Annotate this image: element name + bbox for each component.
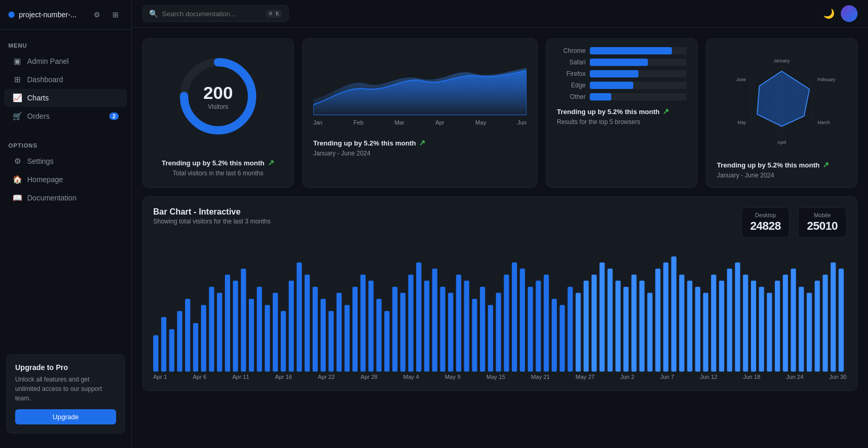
bar-rect (615, 281, 621, 372)
sidebar-item-admin-panel[interactable]: ▣ Admin Panel (4, 52, 127, 70)
svg-text:June: June (736, 77, 746, 82)
hbar-desc: Results for the top 5 browsers (557, 118, 687, 126)
bar-rect (384, 311, 390, 372)
bar-x-label: May 15 (486, 374, 505, 380)
layout-icon-btn[interactable]: ⊞ (108, 7, 123, 22)
sidebar-item-label: Charts (27, 94, 49, 102)
hbar-browser-label: Safari (557, 59, 586, 66)
hbar-browser-label: Other (557, 93, 586, 100)
hbar-row: Edge (557, 82, 687, 89)
project-selector[interactable]: project-number-... (8, 10, 76, 19)
hbar-chart-card: Chrome Safari Firefox Edge Other (546, 38, 698, 188)
bar-x-label: May 4 (403, 374, 419, 380)
area-trending: Trending up by 5.2% this month ↗ (313, 138, 527, 148)
bar-x-label: Jun 12 (700, 374, 717, 380)
bar-rect (416, 263, 421, 372)
menu-section-label: MENU (0, 34, 131, 52)
settings-icon-btn[interactable]: ⚙ (89, 7, 104, 22)
search-input[interactable] (162, 10, 262, 18)
bar-rect (759, 287, 764, 372)
search-box[interactable]: 🔍 ⌘ K (142, 5, 289, 22)
hbar-track (590, 59, 687, 66)
svg-text:March: March (817, 120, 830, 125)
bar-chart-title: Bar Chart - Interactive (153, 207, 733, 217)
bar-rect (663, 263, 668, 372)
bar-rect (735, 263, 740, 372)
bar-rect (807, 293, 812, 372)
bar-rect (799, 287, 804, 372)
sidebar-item-label: Homepage (27, 175, 63, 184)
bar-rect (209, 287, 214, 372)
upgrade-description: Unlock all features and get unlimited ac… (15, 375, 116, 403)
sidebar-item-homepage[interactable]: 🏠 Homepage (4, 171, 127, 188)
sidebar-item-dashboard[interactable]: ⊞ Dashboard (4, 71, 127, 88)
settings-icon: ⚙ (13, 156, 22, 166)
hbar-fill (590, 47, 672, 54)
bar-rect (193, 323, 198, 372)
bar-rect (432, 268, 437, 372)
bar-rect (751, 281, 756, 372)
bar-rect (169, 329, 174, 372)
bar-x-label: Jun 7 (660, 374, 675, 380)
sidebar-item-charts[interactable]: 📈 Charts (4, 89, 127, 107)
area-trending-text: Trending up by 5.2% this month (313, 139, 416, 147)
sidebar-item-label: Documentation (27, 194, 76, 202)
hbar-fill (590, 93, 611, 100)
bar-rect (448, 293, 453, 372)
sidebar-item-settings[interactable]: ⚙ Settings (4, 152, 127, 170)
bar-rect (600, 263, 605, 372)
area-chart-card: Jan Feb Mar Apr May Jun Trending up by 5… (302, 38, 538, 188)
bar-rect (321, 299, 326, 372)
bar-chart-subtitle: Showing total visitors for the last 3 mo… (153, 218, 733, 225)
bar-x-label: Apr 11 (232, 374, 249, 380)
radar-trending: Trending up by 5.2% this month ↗ (717, 160, 847, 170)
area-trending-arrow-icon: ↗ (419, 138, 426, 148)
bar-chart-svg (153, 246, 847, 372)
content-area: 200 Visitors Trending up by 5.2% this mo… (132, 28, 868, 448)
top-cards-row: 200 Visitors Trending up by 5.2% this mo… (142, 38, 858, 188)
donut-trending: Trending up by 5.2% this month ↗ (162, 158, 274, 167)
search-icon: 🔍 (149, 9, 158, 18)
upgrade-box: Upgrade to Pro Unlock all features and g… (6, 354, 125, 433)
bar-rect (639, 281, 645, 372)
hbar-row: Firefox (557, 70, 687, 77)
project-name: project-number-... (19, 10, 76, 19)
bar-rect (623, 287, 629, 372)
bar-x-label: May 9 (445, 374, 461, 380)
sidebar-item-orders[interactable]: 🛒 Orders 2 (4, 107, 127, 125)
upgrade-title: Upgrade to Pro (15, 363, 116, 372)
bar-rect (783, 275, 788, 372)
sidebar-item-documentation[interactable]: 📖 Documentation (4, 189, 127, 207)
bar-rect (408, 275, 414, 372)
user-avatar[interactable] (841, 5, 858, 22)
bar-rect (233, 281, 238, 372)
bar-rect (328, 311, 334, 372)
bar-rect (480, 287, 485, 372)
bar-rect (775, 281, 780, 372)
donut-chart: 200 Visitors (176, 54, 260, 138)
topbar: 🔍 ⌘ K 🌙 (132, 0, 868, 28)
upgrade-button[interactable]: Upgrade (15, 409, 116, 424)
bar-rect (305, 275, 310, 372)
mobile-stat-label: Mobile (807, 212, 838, 218)
bar-rect (655, 268, 660, 372)
bar-rect (559, 305, 565, 372)
bar-rect (815, 281, 820, 372)
bar-rect (544, 275, 549, 372)
hbar-row: Chrome (557, 47, 687, 54)
bar-rect (631, 275, 636, 372)
donut-value: 200 (203, 83, 233, 103)
bar-rect (161, 317, 166, 372)
hbar-rows: Chrome Safari Firefox Edge Other (557, 47, 687, 100)
hbar-track (590, 82, 687, 89)
hbar-fill (590, 59, 648, 66)
bar-rect (576, 293, 581, 372)
bar-rect (273, 293, 278, 372)
bar-x-label: Apr 1 (153, 374, 167, 380)
bar-rect (217, 293, 222, 372)
bar-rect (727, 268, 732, 372)
bar-rect (225, 275, 230, 372)
theme-toggle-icon[interactable]: 🌙 (823, 8, 835, 19)
hbar-track (590, 47, 687, 54)
hbar-row: Other (557, 93, 687, 100)
